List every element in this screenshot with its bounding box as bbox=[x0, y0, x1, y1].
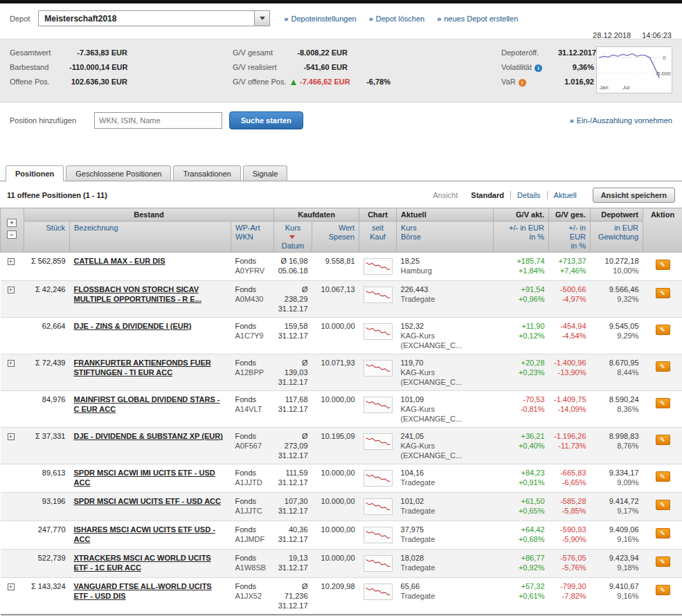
position-value: 8.590,24 bbox=[595, 395, 639, 404]
order-action-icon[interactable] bbox=[656, 325, 670, 335]
col-gewichtung[interactable]: Gewichtung bbox=[598, 233, 638, 241]
depot-new-link[interactable]: neues Depot erstellen bbox=[437, 15, 518, 23]
order-action-icon[interactable] bbox=[656, 528, 670, 538]
order-action-icon[interactable] bbox=[656, 471, 670, 482]
order-action-icon[interactable] bbox=[656, 435, 670, 445]
view-standard[interactable]: Standard bbox=[465, 191, 511, 199]
order-action-icon[interactable] bbox=[656, 398, 670, 408]
position-value: 9.566,46 bbox=[595, 284, 639, 294]
order-action-icon[interactable] bbox=[656, 585, 670, 595]
gv-today-pct: +0,92% bbox=[498, 563, 545, 572]
tab-positionen[interactable]: Positionen bbox=[6, 165, 64, 181]
info-warn-icon[interactable] bbox=[519, 79, 526, 87]
current-price: 119,70 bbox=[401, 358, 490, 368]
expand-icon[interactable] bbox=[8, 258, 15, 265]
expand-icon[interactable] bbox=[8, 433, 15, 440]
position-mini-chart[interactable] bbox=[364, 258, 393, 275]
position-name-link[interactable]: XTRACKERS MSCI AC WORLD UCITS ETF - 1C E… bbox=[74, 554, 211, 572]
position-mini-chart[interactable] bbox=[364, 470, 393, 487]
col-boerse[interactable]: Börse bbox=[401, 233, 421, 241]
gv-gesamt-value: -8.008,22 EUR bbox=[291, 46, 348, 59]
col-in-eur[interactable]: in EUR bbox=[614, 224, 638, 232]
collapse-all-icon[interactable] bbox=[7, 230, 17, 239]
expand-icon[interactable] bbox=[8, 287, 15, 293]
col-seit-kauf[interactable]: seit Kauf bbox=[370, 224, 386, 241]
position-mini-chart[interactable] bbox=[364, 323, 393, 340]
payout-link[interactable]: Ein-/Auszahlung vornehmen bbox=[570, 116, 672, 125]
expand-icon[interactable] bbox=[8, 583, 15, 590]
depot-select[interactable]: Meisterschaft2018 bbox=[38, 10, 270, 26]
position-name-link[interactable]: MAINFIRST GLOBAL DIVIDEND STARS - C EUR … bbox=[74, 395, 220, 413]
col-kurs[interactable]: Kurs bbox=[285, 224, 301, 232]
depot-dropdown-button[interactable] bbox=[254, 11, 269, 26]
position-mini-chart[interactable] bbox=[364, 433, 393, 450]
col-stueck[interactable]: Stück bbox=[46, 224, 65, 232]
tab-transaktionen[interactable]: Transaktionen bbox=[173, 165, 240, 181]
gv-total-pct: -11,73% bbox=[553, 441, 586, 451]
tab-geschlossene-positionen[interactable]: Geschlossene Positionen bbox=[66, 165, 171, 181]
buy-date: 31.12.17 bbox=[278, 404, 308, 414]
position-mini-chart[interactable] bbox=[364, 360, 393, 377]
expand-icon[interactable] bbox=[8, 360, 15, 367]
position-row: 522,739 XTRACKERS MSCI AC WORLD UCITS ET… bbox=[1, 550, 682, 578]
position-row: Σ 562,859 CATELLA MAX - EUR DIS FondsA0Y… bbox=[1, 253, 682, 281]
exchange-name: KAG-Kurs (EXCHANGE_C... bbox=[401, 404, 490, 424]
exchange-name: Tradegate bbox=[401, 294, 490, 304]
position-mini-chart[interactable] bbox=[364, 555, 393, 572]
buy-date: 31.12.17 bbox=[278, 601, 308, 610]
view-details[interactable]: Details bbox=[511, 191, 548, 199]
position-name-link[interactable]: ISHARES MSCI ACWI UCITS ETF USD - ACC bbox=[74, 525, 215, 543]
offene-pos-label: Offene Pos. bbox=[10, 75, 69, 88]
position-mini-chart[interactable] bbox=[364, 527, 393, 543]
gv-total-pct: -14,09% bbox=[553, 404, 586, 414]
position-mini-chart[interactable] bbox=[364, 583, 393, 600]
gv-today-eur: +64,42 bbox=[498, 525, 545, 534]
gv-total-eur: -500,66 bbox=[553, 284, 586, 294]
volatilitaet-value: 9,36% bbox=[558, 61, 594, 73]
gv-today-pct: +0,23% bbox=[498, 368, 545, 377]
col-gv-ges-eur[interactable]: +/- in EUR bbox=[568, 224, 586, 241]
list-header: 11 offene Positionen (1 - 11) Ansicht St… bbox=[0, 181, 682, 208]
order-action-icon[interactable] bbox=[656, 260, 670, 270]
search-button[interactable]: Suche starten bbox=[229, 111, 303, 129]
col-wp-art[interactable]: WP-Art bbox=[235, 224, 260, 232]
col-wkn[interactable]: WKN bbox=[235, 233, 253, 241]
col-gv-akt-pct[interactable]: in % bbox=[530, 233, 544, 241]
depot-settings-link[interactable]: Depoteinstellungen bbox=[284, 15, 356, 23]
col-gv-ges-pct[interactable]: in % bbox=[571, 242, 586, 250]
position-mini-chart[interactable] bbox=[364, 287, 393, 303]
position-name-link[interactable]: SPDR MSCI ACWI IMI UCITS ETF - USD ACC bbox=[74, 469, 215, 487]
tab-signale[interactable]: Signale bbox=[243, 165, 288, 181]
col-spesen[interactable]: Spesen bbox=[329, 233, 355, 241]
position-weight: 8,76% bbox=[595, 441, 639, 451]
view-aktuell[interactable]: Aktuell bbox=[548, 191, 583, 199]
position-mini-chart[interactable] bbox=[364, 498, 393, 515]
depot-delete-link[interactable]: Depot löschen bbox=[369, 15, 424, 23]
col-wert[interactable]: Wert bbox=[339, 224, 355, 232]
position-name-link[interactable]: DJE - ZINS & DIVIDENDE I (EUR) bbox=[74, 322, 192, 330]
order-action-icon[interactable] bbox=[656, 288, 670, 298]
info-icon[interactable] bbox=[535, 64, 542, 72]
col-datum[interactable]: Datum bbox=[282, 242, 304, 250]
position-name-link[interactable]: CATELLA MAX - EUR DIS bbox=[74, 257, 165, 265]
col-gv-akt-eur[interactable]: +/- in EUR bbox=[509, 224, 544, 232]
position-type: Fonds bbox=[235, 256, 270, 266]
position-mini-chart[interactable] bbox=[364, 397, 393, 413]
position-name-link[interactable]: FLOSSBACH VON STORCH SICAV MULTIPLE OPPO… bbox=[74, 285, 201, 303]
buy-price: Ø 273,09 bbox=[278, 431, 308, 451]
col-bezeichnung[interactable]: Bezeichnung bbox=[74, 224, 118, 232]
search-input[interactable] bbox=[94, 112, 222, 129]
position-wkn: A1W8SB bbox=[235, 563, 270, 572]
save-view-button[interactable]: Ansicht speichern bbox=[593, 188, 675, 203]
position-name-link[interactable]: FRANKFURTER AKTIENFONDS FUER STIFTUNGEN … bbox=[74, 359, 211, 377]
position-row: 93,196 SPDR MSCI ACWI UCITS ETF - USD AC… bbox=[1, 493, 682, 521]
col-kurs-aktuell[interactable]: Kurs bbox=[401, 224, 417, 232]
position-name-link[interactable]: DJE - DIVIDENDE & SUBSTANZ XP (EUR) bbox=[74, 432, 223, 440]
order-action-icon[interactable] bbox=[656, 500, 670, 510]
position-name-link[interactable]: SPDR MSCI ACWI UCITS ETF - USD ACC bbox=[74, 497, 221, 505]
order-action-icon[interactable] bbox=[656, 556, 670, 567]
order-action-icon[interactable] bbox=[656, 361, 670, 372]
depot-performance-chart[interactable]: 0 -5.000 Jan Jul bbox=[596, 46, 672, 93]
expand-all-icon[interactable] bbox=[7, 219, 17, 227]
position-name-link[interactable]: VANGUARD FTSE ALL-WORLD UCITS ETF - USD … bbox=[74, 582, 212, 600]
